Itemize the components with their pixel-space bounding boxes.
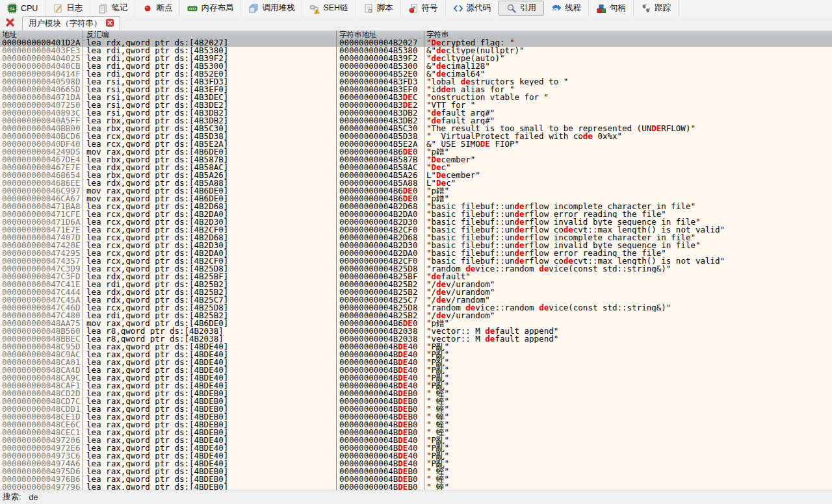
toolbar-button-breakpoints[interactable]: 断点 bbox=[135, 0, 180, 16]
table-row[interactable]: 000000000047C3D9lea rcx,qword ptr ds:[4B… bbox=[0, 265, 832, 273]
table-row[interactable]: 000000000047C46Dlea rcx,qword ptr ds:[4B… bbox=[0, 304, 832, 312]
references-icon bbox=[506, 3, 517, 14]
string-address-cell: 00000000004B2D30 bbox=[337, 218, 424, 226]
address-cell: 0000000000401D2A bbox=[0, 39, 83, 47]
search-input[interactable]: de bbox=[29, 493, 38, 502]
disassembly-cell: lea rcx,qword ptr ds:[4B2D30] bbox=[83, 218, 337, 226]
table-row[interactable]: 000000000048CA01lea rax,qword ptr ds:[4B… bbox=[0, 359, 832, 366]
toolbar-button-symbols[interactable]: 符号 bbox=[401, 0, 446, 16]
table-row[interactable]: 000000000047C3FDlea rdx,qword ptr ds:[4B… bbox=[0, 273, 832, 281]
table-row[interactable]: 000000000048C95Dlea rax,qword ptr ds:[4B… bbox=[0, 343, 832, 351]
column-header-address[interactable]: 地址 bbox=[0, 31, 83, 39]
address-cell: 0000000000471D6A bbox=[0, 218, 83, 226]
string-address-cell: 00000000004B3FD3 bbox=[337, 78, 424, 86]
table-row[interactable]: 000000000048CAF1lea rax,qword ptr ds:[4B… bbox=[0, 382, 832, 390]
table-row[interactable]: 000000000047420Elea rcx,qword ptr ds:[4B… bbox=[0, 242, 832, 249]
table-row[interactable]: 00000000004976B6lea rax,qword ptr ds:[4B… bbox=[0, 475, 832, 483]
table-row[interactable]: 0000000000403FE3lea rdi,qword ptr ds:[4B… bbox=[0, 47, 832, 55]
column-header-string[interactable]: 字符串 bbox=[424, 31, 832, 39]
table-row[interactable]: 000000000047C444lea rdx,qword ptr ds:[4B… bbox=[0, 288, 832, 296]
table-row[interactable]: 000000000040665Dlea rsi,qword ptr ds:[4B… bbox=[0, 86, 832, 94]
table-row[interactable]: 0000000000467DE4lea rbx,qword ptr ds:[4B… bbox=[0, 156, 832, 164]
table-row[interactable]: 000000000040BB00lea rbx,qword ptr ds:[4B… bbox=[0, 125, 832, 132]
table-row[interactable]: 0000000000407250lea rsi,qword ptr ds:[4B… bbox=[0, 101, 832, 109]
table-row[interactable]: 000000000048CD2Dlea rax,qword ptr ds:[4B… bbox=[0, 390, 832, 397]
table-row[interactable]: 00000000004040CBlea rdi,qword ptr ds:[4B… bbox=[0, 62, 832, 70]
table-row[interactable]: 0000000000468654lea rbx,qword ptr ds:[4B… bbox=[0, 171, 832, 179]
toolbar-button-label: 断点 bbox=[156, 3, 172, 14]
table-row[interactable]: 0000000000471D6Alea rcx,qword ptr ds:[4B… bbox=[0, 218, 832, 226]
table-row[interactable]: 000000000040893Clea rsi,qword ptr ds:[4B… bbox=[0, 109, 832, 117]
disassembly-cell: lea r8,qword ptr ds:[4B2038] bbox=[83, 335, 337, 343]
toolbar-button-script[interactable]: 脚本 bbox=[356, 0, 401, 16]
string-address-cell: 00000000004BDEB0 bbox=[337, 413, 424, 421]
table-row[interactable]: 0000000000404025lea rdi,qword ptr ds:[4B… bbox=[0, 55, 832, 62]
table-row[interactable]: 000000000048C9AClea rax,qword ptr ds:[4B… bbox=[0, 351, 832, 359]
column-header-disassembly[interactable]: 反汇编 bbox=[83, 31, 337, 39]
table-row[interactable]: 000000000048B560lea r8,qword ptr ds:[4B2… bbox=[0, 327, 832, 335]
table-row[interactable]: 0000000000497206lea rax,qword ptr ds:[4B… bbox=[0, 436, 832, 444]
toolbar-button-call-stack[interactable]: 调用堆栈 bbox=[241, 0, 302, 16]
string-address-cell: 00000000004B2CF0 bbox=[337, 257, 424, 265]
table-row[interactable]: 0000000000474357lea rcx,qword ptr ds:[4B… bbox=[0, 257, 832, 265]
toolbar-button-cpu[interactable]: 64 CPU bbox=[0, 0, 46, 16]
toolbar-button-log[interactable]: 日志 bbox=[46, 0, 90, 16]
table-row[interactable]: 000000000048CA9Clea rax,qword ptr ds:[4B… bbox=[0, 374, 832, 382]
string-address-cell: 00000000004BDE40 bbox=[337, 444, 424, 452]
disassembly-cell: lea rsi,qword ptr ds:[4B3DEC] bbox=[83, 94, 337, 101]
table-row[interactable]: 000000000040598Dlea rsi,qword ptr ds:[4B… bbox=[0, 78, 832, 86]
table-row[interactable]: 00000000004249D5mov rax,qword ptr ds:[4B… bbox=[0, 148, 832, 156]
toolbar-button-memory-map[interactable]: 内存布局 bbox=[180, 0, 241, 16]
toolbar-button-trace[interactable]: 跟踪 bbox=[634, 0, 679, 16]
toolbar-button-seh-chain[interactable]: SEH链 bbox=[302, 0, 356, 16]
string-cell: "P亂" bbox=[424, 374, 832, 382]
table-row[interactable]: 0000000000474295lea rcx,qword ptr ds:[4B… bbox=[0, 249, 832, 257]
table-row[interactable]: 000000000047C41Elea rdi,qword ptr ds:[4B… bbox=[0, 281, 832, 288]
table-row[interactable]: 00000000004972E6lea rax,qword ptr ds:[4B… bbox=[0, 444, 832, 452]
string-address-cell: 00000000004B5D38 bbox=[337, 132, 424, 140]
table-row[interactable]: 00000000004975D6lea rax,qword ptr ds:[4B… bbox=[0, 468, 832, 475]
table-row[interactable]: 000000000048BBEClea r8,qword ptr ds:[4B2… bbox=[0, 335, 832, 343]
string-cell: "p鐠" bbox=[424, 148, 832, 156]
table-row[interactable]: 000000000048CDD1lea rax,qword ptr ds:[4B… bbox=[0, 405, 832, 413]
table-row[interactable]: 000000000046C997mov rax,qword ptr ds:[4B… bbox=[0, 187, 832, 195]
table-row[interactable]: 000000000047C480lea rdi,qword ptr ds:[4B… bbox=[0, 312, 832, 320]
table-row[interactable]: 00000000004686EElea rdx,qword ptr ds:[4B… bbox=[0, 179, 832, 187]
string-cell: " 蝰" bbox=[424, 468, 832, 475]
tab-close-icon[interactable] bbox=[106, 19, 114, 29]
toolbar-button-threads[interactable]: 线程 bbox=[544, 0, 589, 16]
table-row[interactable]: 000000000040414Flea rdi,qword ptr ds:[4B… bbox=[0, 70, 832, 78]
table-row[interactable]: 00000000004071DAlea rsi,qword ptr ds:[4B… bbox=[0, 94, 832, 101]
table-row[interactable]: 000000000048CE6Clea rax,qword ptr ds:[4B… bbox=[0, 421, 832, 429]
table-row[interactable]: 000000000048CD7Clea rax,qword ptr ds:[4B… bbox=[0, 397, 832, 405]
toolbar-button-handles[interactable]: 句柄 bbox=[589, 0, 634, 16]
close-all-button[interactable] bbox=[1, 17, 18, 30]
table-row[interactable]: 0000000000471BA8lea rcx,qword ptr ds:[4B… bbox=[0, 203, 832, 210]
table-row[interactable]: 0000000000471E7Elea rcx,qword ptr ds:[4B… bbox=[0, 226, 832, 234]
table-row[interactable]: 000000000047407Dlea rcx,qword ptr ds:[4B… bbox=[0, 234, 832, 242]
table-row[interactable]: 000000000046CA67mov rax,qword ptr ds:[4B… bbox=[0, 195, 832, 203]
table-row[interactable]: 000000000047C45Alea rdx,qword ptr ds:[4B… bbox=[0, 296, 832, 304]
toolbar-button-references[interactable]: 引用 bbox=[499, 1, 544, 16]
column-header-string-address[interactable]: 字符串地址 bbox=[337, 31, 424, 39]
table-row[interactable]: 000000000048CA4Dlea rax,qword ptr ds:[4B… bbox=[0, 366, 832, 374]
toolbar-button-source[interactable]: 源代码 bbox=[446, 0, 499, 16]
table-row[interactable]: 00000000004973C6lea rax,qword ptr ds:[4B… bbox=[0, 452, 832, 460]
table-row[interactable]: 0000000000467E7Elea rdx,qword ptr ds:[4B… bbox=[0, 164, 832, 171]
toolbar-button-label: 符号 bbox=[422, 3, 438, 14]
tab-user-modules-strings[interactable]: 用户模块（字符串） bbox=[22, 16, 120, 31]
table-row[interactable]: 000000000048CE1Dlea rax,qword ptr ds:[4B… bbox=[0, 413, 832, 421]
table-row[interactable]: 000000000048AA75mov rax,qword ptr ds:[4B… bbox=[0, 320, 832, 327]
address-cell: 000000000047C3D9 bbox=[0, 265, 83, 273]
table-row[interactable]: 000000000048CEC1lea rax,qword ptr ds:[4B… bbox=[0, 429, 832, 436]
disassembly-cell: lea rax,qword ptr ds:[4BDE40] bbox=[83, 366, 337, 374]
table-row[interactable]: 00000000004974A6lea rax,qword ptr ds:[4B… bbox=[0, 460, 832, 468]
address-cell: 000000000047407D bbox=[0, 234, 83, 242]
table-row[interactable]: 000000000040BCD6lea rcx,qword ptr ds:[4B… bbox=[0, 132, 832, 140]
table-row[interactable]: 000000000040A5FFlea rbx,qword ptr ds:[4B… bbox=[0, 117, 832, 125]
toolbar-button-notes[interactable]: 笔记 bbox=[90, 0, 135, 16]
table-row[interactable]: 0000000000471CFElea rcx,qword ptr ds:[4B… bbox=[0, 210, 832, 218]
table-row[interactable]: 000000000040DF40lea rcx,qword ptr ds:[4B… bbox=[0, 140, 832, 148]
table-row[interactable]: 0000000000401D2Alea rdx,qword ptr ds:[4B… bbox=[0, 39, 832, 47]
toolbar-button-label: 句柄 bbox=[610, 3, 626, 14]
